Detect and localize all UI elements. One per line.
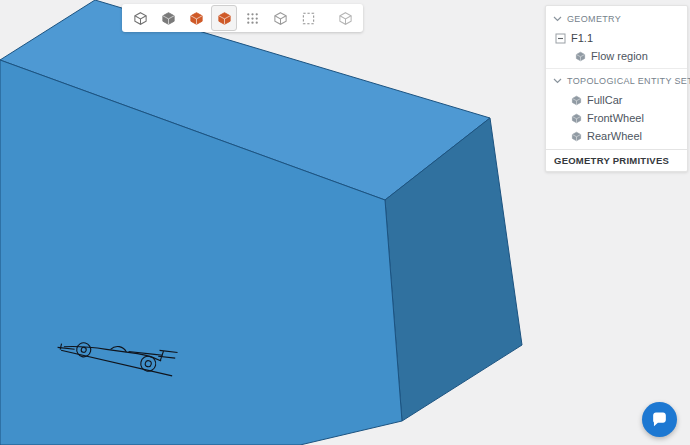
geometry-primitives-title: GEOMETRY PRIMITIVES: [554, 155, 669, 166]
entity-set-rearwheel[interactable]: RearWheel: [546, 127, 687, 145]
panel-divider: [546, 68, 687, 69]
tree-item-f1[interactable]: F1.1: [546, 29, 687, 47]
tree-item-label: F1.1: [571, 32, 593, 44]
box-selection-icon[interactable]: [295, 5, 321, 31]
application-window: GEOMETRY F1.1 Flow region TOPOLOGICAL EN…: [0, 0, 690, 445]
cube-icon: [571, 131, 582, 142]
tree-item-flow-region[interactable]: Flow region: [546, 47, 687, 65]
viewer-toolbar: [122, 4, 363, 32]
tree-item-label: Flow region: [591, 50, 648, 62]
volume-selection-icon[interactable]: [267, 5, 293, 31]
scene-tree-panel: GEOMETRY F1.1 Flow region TOPOLOGICAL EN…: [545, 5, 688, 172]
section-view-icon[interactable]: [332, 5, 358, 31]
vertex-selection-icon[interactable]: [239, 5, 265, 31]
entity-set-fullcar[interactable]: FullCar: [546, 91, 687, 109]
geometry-section-title: GEOMETRY: [567, 14, 621, 24]
show-solid-model-icon[interactable]: [183, 5, 209, 31]
chevron-down-icon: [553, 77, 562, 85]
geometry-primitives-header[interactable]: GEOMETRY PRIMITIVES: [546, 149, 687, 171]
chevron-down-icon: [553, 15, 562, 23]
hide-geometry-icon[interactable]: [155, 5, 181, 31]
show-transparent-model-icon[interactable]: [211, 5, 237, 31]
entity-set-label: RearWheel: [587, 130, 642, 142]
chat-bubble-icon: [650, 410, 669, 429]
isolate-geometry-icon[interactable]: [127, 5, 153, 31]
support-chat-button[interactable]: [642, 402, 677, 437]
collapse-minus-icon[interactable]: [555, 33, 566, 44]
cube-icon: [571, 95, 582, 106]
topological-section-title: TOPOLOGICAL ENTITY SETS: [567, 76, 690, 86]
entity-set-frontwheel[interactable]: FrontWheel: [546, 109, 687, 127]
entity-set-label: FrontWheel: [587, 112, 644, 124]
topological-section-header[interactable]: TOPOLOGICAL ENTITY SETS: [546, 71, 687, 91]
entity-set-label: FullCar: [587, 94, 622, 106]
cube-icon: [575, 51, 586, 62]
cube-icon: [571, 113, 582, 124]
geometry-section-header[interactable]: GEOMETRY: [546, 9, 687, 29]
